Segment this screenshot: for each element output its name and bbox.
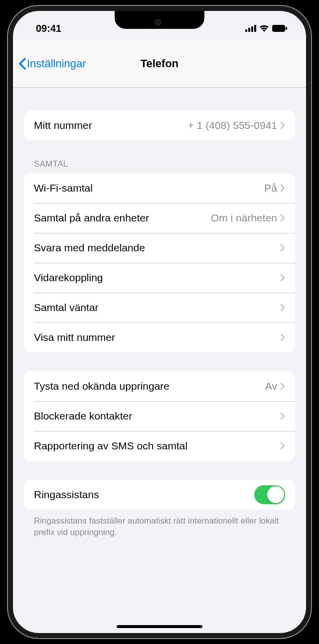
back-label: Inställningar [27, 57, 86, 70]
section-silence-blocked: Tysta ned okända uppringare Av Blockerad… [24, 371, 295, 461]
settings-content[interactable]: Mitt nummer + 1 (408) 555-0941 Samtal Wi… [13, 88, 306, 633]
row-label: Vidarekoppling [34, 272, 280, 284]
chevron-right-icon [280, 244, 285, 252]
row-dial-assist: Ringassistans [24, 480, 295, 510]
nav-bar: Inställningar Telefon [13, 40, 306, 88]
row-blocked-contacts[interactable]: Blockerade kontakter [24, 401, 295, 431]
chevron-right-icon [280, 382, 285, 390]
row-label: Mitt nummer [34, 119, 188, 131]
dial-assist-footer: Ringassistans fastställer automatiskt rä… [24, 512, 295, 538]
row-value: Av [265, 380, 277, 392]
svg-rect-4 [272, 25, 285, 32]
back-button[interactable]: Inställningar [18, 57, 86, 70]
row-value: På [264, 182, 277, 194]
section-header-calls: Samtal [24, 159, 295, 173]
row-label: Tysta ned okända uppringare [34, 380, 265, 392]
row-value: Om i närheten [211, 212, 277, 224]
row-label: Visa mitt nummer [34, 331, 280, 343]
camera-dot [155, 19, 161, 26]
row-label: Ringassistans [34, 489, 254, 501]
section-my-number: Mitt nummer + 1 (408) 555-0941 [24, 110, 295, 140]
chevron-right-icon [280, 274, 285, 282]
row-call-forwarding[interactable]: Vidarekoppling [24, 263, 295, 293]
row-silence-unknown[interactable]: Tysta ned okända uppringare Av [24, 371, 295, 401]
status-time: 09:41 [27, 23, 61, 34]
chevron-left-icon [18, 58, 26, 70]
row-label: Svara med meddelande [34, 242, 280, 254]
row-label: Samtal på andra enheter [34, 212, 211, 224]
chevron-right-icon [280, 333, 285, 341]
svg-rect-0 [245, 29, 247, 32]
row-value: + 1 (408) 555-0941 [188, 119, 277, 131]
row-label: Blockerade kontakter [34, 410, 280, 422]
row-show-my-caller-id[interactable]: Visa mitt nummer [24, 322, 295, 352]
chevron-right-icon [280, 184, 285, 192]
row-call-waiting[interactable]: Samtal väntar [24, 293, 295, 322]
svg-rect-5 [286, 27, 287, 30]
chevron-right-icon [280, 121, 285, 129]
chevron-right-icon [280, 412, 285, 420]
dial-assist-toggle[interactable] [254, 485, 285, 504]
home-indicator[interactable] [117, 625, 202, 628]
chevron-right-icon [280, 304, 285, 312]
row-respond-with-text[interactable]: Svara med meddelande [24, 233, 295, 263]
chevron-right-icon [280, 442, 285, 450]
row-label: Wi-Fi-samtal [34, 182, 264, 194]
status-icons [245, 25, 292, 32]
svg-rect-3 [254, 25, 256, 32]
row-sms-call-reporting[interactable]: Rapportering av SMS och samtal [24, 431, 295, 461]
svg-rect-2 [251, 26, 253, 32]
chevron-right-icon [280, 214, 285, 222]
phone-frame: 09:41 Inställningar [8, 6, 311, 638]
cellular-icon [245, 25, 256, 32]
row-label: Samtal väntar [34, 302, 280, 314]
row-my-number[interactable]: Mitt nummer + 1 (408) 555-0941 [24, 110, 295, 140]
svg-rect-1 [248, 28, 250, 32]
battery-icon [272, 25, 287, 32]
notch [115, 11, 204, 29]
wifi-icon [259, 25, 269, 32]
toggle-knob [267, 486, 284, 503]
section-calls: Wi-Fi-samtal På Samtal på andra enheter … [24, 173, 295, 352]
row-calls-other-devices[interactable]: Samtal på andra enheter Om i närheten [24, 203, 295, 233]
row-wifi-calling[interactable]: Wi-Fi-samtal På [24, 173, 295, 203]
row-label: Rapportering av SMS och samtal [34, 440, 280, 452]
section-dial-assist: Ringassistans [24, 480, 295, 510]
